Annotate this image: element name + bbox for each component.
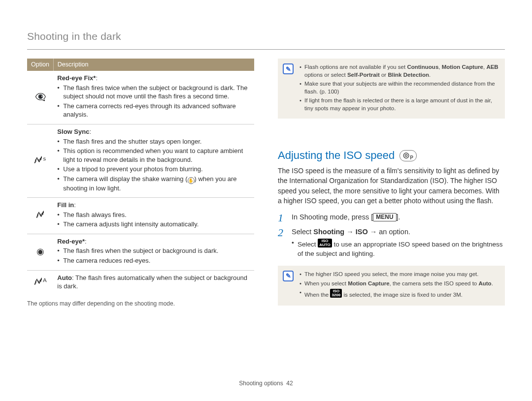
steps-list: In Shooting mode, press [MENU]. Select S… (278, 213, 505, 259)
list-item: The flash fires twice when the subject o… (57, 84, 250, 101)
text: When you select (304, 280, 348, 286)
cell-description: Slow Sync: The flash fires and the shutt… (53, 124, 254, 197)
bullet-list: The flash always fires. The camera adjus… (57, 211, 250, 229)
step-1: In Shooting mode, press [MENU]. (278, 213, 505, 222)
option-title: Red-eye* (57, 238, 85, 245)
option-desc-inline: : The flash fires automatically when the… (57, 274, 247, 290)
step-2-sub: Select ISOAUTO to use an appropriate ISO… (292, 239, 505, 259)
table-row: ◉ Red-eye*: The flash fires when the sub… (27, 234, 254, 270)
th-option: Option (27, 59, 53, 71)
text: , the camera sets the ISO speed to (390, 280, 479, 286)
iso-notes-box: ✎ The higher ISO speed you select, the m… (278, 266, 505, 306)
list-item: The camera will display the shake warnin… (57, 175, 250, 193)
auto-flash-icon: 🗲ᴬ (27, 270, 53, 295)
menu-button-label: MENU (373, 213, 396, 221)
text: is selected, the image size is fixed to … (342, 292, 463, 298)
table-row: 🗲ˢ Slow Sync: The flash fires and the sh… (27, 124, 254, 197)
note-icon: ✎ (283, 271, 294, 281)
list-item: When you select Motion Capture, the came… (299, 280, 499, 288)
option-title: Red-eye Fix* (57, 74, 96, 82)
note-icon: ✎ (283, 63, 294, 74)
footer-section: Shooting options (239, 380, 283, 387)
text: . (492, 280, 493, 286)
list-item: The higher ISO speed you select, the mor… (299, 271, 499, 278)
list-item: Flash options are not available if you s… (299, 63, 499, 79)
section-header: Shooting in the dark (27, 30, 505, 43)
bullet-list: The flash fires when the subject or back… (57, 247, 250, 265)
text: Select (298, 241, 318, 248)
list-item: The camera adjusts light intensity autom… (57, 220, 250, 229)
cell-description: Fill in: The flash always fires. The cam… (53, 198, 254, 234)
shake-warning-icon: ✋ (188, 177, 195, 184)
bullet-list: The flash fires and the shutter stays op… (57, 137, 250, 193)
th-description: Description (53, 59, 254, 71)
cell-description: Red-eye Fix*: The flash fires twice when… (53, 71, 254, 124)
iso-3200-icon: ISO3200 (330, 289, 342, 298)
manual-page: Shooting in the dark Option Description … (0, 0, 532, 335)
option-title: Fill in (57, 201, 74, 209)
list-item: The flash fires when the subject or back… (57, 247, 250, 255)
table-footnote: The options may differ depending on the … (27, 300, 254, 308)
flash-options-table: Option Description 👁‍🗨 Red-eye Fix*: The… (27, 59, 254, 294)
list-item: Use a tripod to prevent your photos from… (57, 165, 250, 174)
note-list: The higher ISO speed you select, the mor… (299, 271, 499, 299)
table-row: 🗲 Fill in: The flash always fires. The c… (27, 198, 254, 234)
fill-in-icon: 🗲 (27, 198, 53, 234)
list-item: When the ISO3200 is selected, the image … (299, 289, 499, 299)
table-row: 👁‍🗨 Red-eye Fix*: The flash fires twice … (27, 71, 254, 124)
step-text-pre: In Shooting mode, press [ (292, 213, 373, 221)
cell-description: Auto: The flash fires automatically when… (53, 270, 254, 295)
red-eye-fix-icon: 👁‍🗨 (27, 71, 53, 124)
cell-description: Red-eye*: The flash fires when the subje… (53, 234, 254, 270)
table-row: 🗲ᴬ Auto: The flash fires automatically w… (27, 270, 254, 295)
mode-dial-icon: ◎ (399, 150, 417, 161)
list-item: The camera corrects red-eyes through its… (57, 102, 250, 119)
option-title: Auto (57, 274, 72, 281)
divider (27, 49, 505, 50)
iso-body-text: The ISO speed is the measure of a film's… (278, 166, 505, 206)
list-item: Select ISOAUTO to use an appropriate ISO… (292, 239, 505, 259)
heading-text: Adjusting the ISO speed (278, 148, 395, 163)
text: When the (304, 292, 330, 298)
two-column-layout: Option Description 👁‍🗨 Red-eye Fix*: The… (27, 59, 505, 315)
slow-sync-icon: 🗲ˢ (27, 124, 53, 197)
option-title: Slow Sync (57, 128, 89, 135)
spacer (278, 128, 505, 148)
bold-text: Motion Capture (348, 280, 389, 286)
list-item: The camera reduces red-eyes. (57, 256, 250, 265)
step-2: Select Shooting → ISO → an option. Selec… (278, 227, 505, 259)
step-text-post: ]. (397, 213, 400, 221)
red-eye-icon: ◉ (27, 234, 53, 270)
iso-heading: Adjusting the ISO speed ◎ (278, 148, 505, 163)
footer-page-number: 42 (286, 380, 293, 387)
page-footer: Shooting options 42 (0, 379, 532, 387)
flash-notes-box: ✎ Flash options are not available if you… (278, 59, 505, 119)
bullet-list: The flash fires twice when the subject o… (57, 84, 250, 119)
right-column: ✎ Flash options are not available if you… (278, 59, 505, 315)
iso-auto-icon: ISOAUTO (318, 239, 332, 247)
bold-text: Auto (478, 280, 491, 286)
list-item: The flash always fires. (57, 211, 250, 219)
list-item: Make sure that your subjects are within … (299, 80, 499, 95)
left-column: Option Description 👁‍🗨 Red-eye Fix*: The… (27, 59, 254, 315)
list-item: The flash fires and the shutter stays op… (57, 137, 250, 146)
list-item: If light from the flash is relected or t… (299, 97, 499, 112)
list-item: This option is recommended when you want… (57, 147, 250, 164)
note-list: Flash options are not available if you s… (299, 63, 499, 112)
